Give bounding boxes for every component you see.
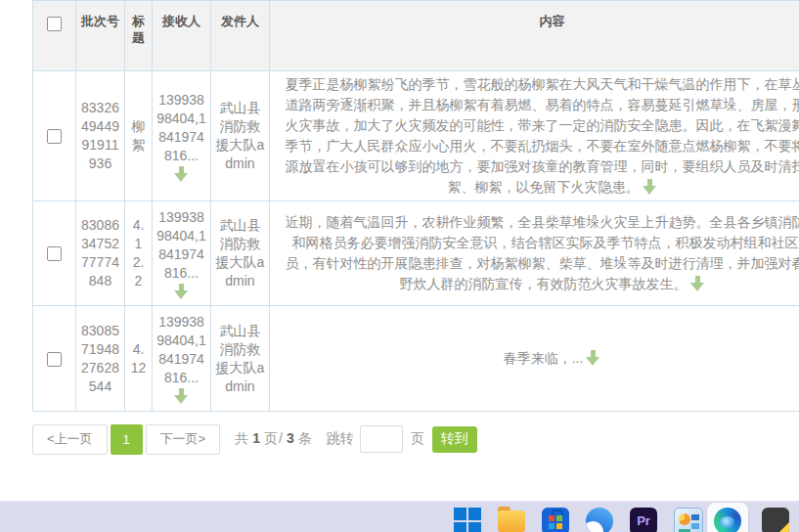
batch-number: 833264944991911936 <box>76 71 125 201</box>
jump-label: 跳转 <box>327 430 354 448</box>
expand-arrow-icon[interactable] <box>586 350 600 366</box>
col-header-receiver: 接收人 <box>153 1 211 71</box>
receiver-cell: 13993898404,1841974816... <box>153 306 211 412</box>
go-button[interactable]: 转到 <box>432 426 477 453</box>
row-checkbox[interactable] <box>47 352 62 367</box>
page-unit-label: 页 <box>411 430 424 448</box>
select-all-checkbox[interactable] <box>47 17 62 31</box>
microsoft-edge-icon[interactable] <box>714 508 741 532</box>
gallery-app-icon[interactable] <box>674 508 703 532</box>
col-header-sender: 发件人 <box>211 1 270 71</box>
next-page-button[interactable]: 下一页> <box>146 424 221 455</box>
content-cell: 夏季正是杨柳絮纷飞的季节，雪花般的杨柳絮在大风天气和干燥气温的作用下，在草丛和道… <box>270 71 799 201</box>
row-select-cell <box>33 71 76 201</box>
page-1-button[interactable]: 1 <box>111 424 143 455</box>
expand-arrow-icon[interactable] <box>174 284 189 299</box>
expand-arrow-icon[interactable] <box>174 166 189 182</box>
row-title: 4.12 <box>125 306 153 412</box>
content-text: 近期，随着气温回升，农耕作业频繁，全县柴草堆垛火灾呈上升趋势。全县各乡镇消防站和… <box>286 214 799 291</box>
expand-arrow-icon[interactable] <box>643 179 657 195</box>
receiver-text: 13993898404,1841974816... <box>156 209 206 281</box>
sender-cell: 武山县消防救援大队admin <box>211 71 270 201</box>
select-all-header <box>33 1 76 71</box>
pagination-bar: <上一页 1 下一页> 共1页/3条 跳转 页 转到 <box>32 423 477 455</box>
row-title: 4.12.2 <box>125 201 153 306</box>
table-row: 830857194827628544 4.12 13993898404,1841… <box>33 306 799 412</box>
page-summary: 共1页/3条 <box>235 430 312 448</box>
expand-arrow-icon[interactable] <box>174 388 189 404</box>
receiver-cell: 13993898404,1841974816... <box>153 71 211 201</box>
col-header-title: 标题 <box>125 1 153 71</box>
content-text: 春季来临，... <box>504 350 584 366</box>
row-checkbox[interactable] <box>47 129 62 144</box>
browser-app-icon[interactable] <box>586 508 613 532</box>
receiver-cell: 13993898404,1841974816... <box>153 201 211 306</box>
receiver-text: 13993898404,1841974816... <box>156 314 206 385</box>
row-select-cell <box>33 201 76 306</box>
batch-number: 830863475277774848 <box>76 201 125 306</box>
jump-page-input[interactable] <box>360 425 403 453</box>
row-title: 柳絮 <box>125 71 153 201</box>
content-text: 夏季正是杨柳絮纷飞的季节，雪花般的杨柳絮在大风天气和干燥气温的作用下，在草丛和道… <box>286 76 799 195</box>
content-cell: 近期，随着气温回升，农耕作业频繁，全县柴草堆垛火灾呈上升趋势。全县各乡镇消防站和… <box>270 201 799 306</box>
message-table: 批次号 标题 接收人 发件人 内容 833264944991911936 柳絮 … <box>32 0 799 412</box>
prev-page-button[interactable]: <上一页 <box>32 424 108 455</box>
sender-cell: 武山县消防救援大队admin <box>211 201 270 306</box>
col-header-content: 内容 <box>270 1 799 71</box>
row-checkbox[interactable] <box>47 246 62 261</box>
receiver-text: 13993898404,1841974816... <box>156 92 206 163</box>
col-header-batch: 批次号 <box>76 1 125 71</box>
notes-app-icon[interactable] <box>762 508 789 532</box>
sender-cell: 武山县消防救援大队admin <box>211 306 270 412</box>
batch-number: 830857194827628544 <box>76 306 125 412</box>
microsoft-store-icon[interactable] <box>542 508 569 532</box>
windows-start-icon[interactable] <box>454 508 481 532</box>
file-explorer-icon[interactable] <box>498 510 525 532</box>
content-cell: 春季来临，... <box>270 306 799 412</box>
row-select-cell <box>33 306 76 412</box>
table-row: 833264944991911936 柳絮 13993898404,184197… <box>33 71 799 201</box>
table-row: 830863475277774848 4.12.2 13993898404,18… <box>33 201 799 306</box>
expand-arrow-icon[interactable] <box>690 276 705 291</box>
windows-taskbar: Pr <box>0 501 799 532</box>
table-header-row: 批次号 标题 接收人 发件人 内容 <box>33 1 799 71</box>
premiere-pro-icon[interactable]: Pr <box>630 508 657 532</box>
